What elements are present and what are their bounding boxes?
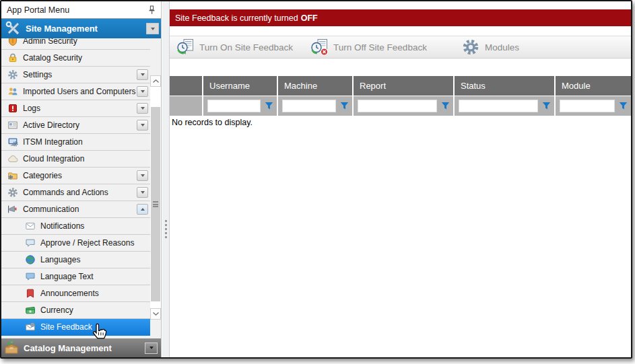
- filter-cell-module: [556, 96, 631, 116]
- chevron-down-icon[interactable]: [137, 103, 148, 114]
- sidebar-item-label: Cloud Integration: [23, 154, 84, 163]
- main-panel: Site Feedback is currently turned OFF Tu…: [170, 1, 631, 357]
- column-header-handle: [170, 76, 202, 96]
- filter-cell-machine: [278, 96, 352, 116]
- status-banner: Site Feedback is currently turned OFF: [170, 9, 631, 26]
- grid-filter-row: [170, 96, 631, 116]
- turn-on-site-feedback-button[interactable]: Turn On Site Feedback: [176, 38, 293, 56]
- banner-text: Site Feedback is currently turned: [175, 13, 298, 23]
- sidebar-item-currency[interactable]: Currency: [1, 302, 150, 319]
- sidebar-item-active-directory[interactable]: Active Directory: [1, 117, 150, 134]
- modules-button[interactable]: Modules: [462, 38, 519, 56]
- sidebar-section-catalog-management[interactable]: Catalog Management: [1, 338, 161, 357]
- gear-icon: [7, 69, 18, 80]
- chevron-down-icon[interactable]: [137, 69, 148, 80]
- filter-funnel-icon[interactable]: [340, 102, 349, 110]
- section-label: Site Management: [26, 24, 146, 34]
- sidebar-scrollbar[interactable]: [150, 75, 161, 320]
- column-header-status[interactable]: Status: [455, 76, 554, 96]
- sidebar-item-label: Communication: [23, 205, 79, 214]
- scrollbar-thumb[interactable]: [151, 107, 160, 301]
- filter-cell-report: [354, 96, 453, 116]
- sidebar-item-admin-security[interactable]: Admin Security: [1, 38, 150, 50]
- module-filter-input[interactable]: [560, 100, 615, 112]
- button-label: Turn On Site Feedback: [199, 42, 293, 52]
- speech-bubble-icon: [25, 238, 36, 248]
- pin-icon[interactable]: [147, 5, 156, 15]
- machine-filter-input[interactable]: [282, 100, 336, 112]
- sidebar-item-label: Categories: [23, 171, 62, 180]
- sidebar-item-label: Catalog Security: [23, 53, 82, 63]
- sidebar-item-label: Currency: [40, 305, 73, 315]
- chevron-down-icon[interactable]: [137, 120, 148, 131]
- report-filter-input[interactable]: [358, 100, 437, 112]
- chevron-down-icon[interactable]: [145, 342, 158, 354]
- sidebar-item-label: Logs: [23, 104, 40, 113]
- scroll-up-icon[interactable]: [150, 75, 161, 87]
- feedback-off-icon: [310, 38, 329, 56]
- sidebar-item-label: Commands and Actions: [23, 188, 108, 197]
- chevron-down-icon[interactable]: [137, 86, 148, 97]
- sidebar-item-imported-users-and-computers[interactable]: Imported Users and Computers: [1, 83, 150, 100]
- sidebar-item-label: Admin Security: [23, 38, 77, 46]
- sidebar-item-label: ITSM Integration: [23, 137, 83, 147]
- sidebar-item-languages[interactable]: Languages: [1, 252, 150, 268]
- sidebar-header: App Portal Menu: [1, 1, 161, 19]
- sidebar-item-label: Languages: [40, 255, 80, 264]
- column-header-username[interactable]: Username: [203, 76, 277, 96]
- sidebar-item-language-text[interactable]: Language Text: [1, 268, 150, 285]
- sidebar-item-settings[interactable]: Settings: [1, 67, 150, 83]
- sidebar-item-notifications[interactable]: Notifications: [1, 218, 150, 235]
- status-filter-input[interactable]: [459, 100, 538, 112]
- app-window: App Portal Menu Site Management Admin Se…: [0, 0, 632, 359]
- sidebar-item-catalog-security[interactable]: Catalog Security: [1, 50, 150, 67]
- sidebar-item-label: Language Text: [40, 272, 94, 281]
- filter-funnel-icon[interactable]: [542, 102, 551, 110]
- sidebar-item-categories[interactable]: Categories: [1, 168, 150, 184]
- sidebar-item-itsm-integration[interactable]: ITSM Integration: [1, 134, 150, 151]
- sidebar-item-cloud-integration[interactable]: Cloud Integration: [1, 151, 150, 168]
- box-icon: [3, 340, 20, 356]
- sidebar-title: App Portal Menu: [7, 5, 147, 15]
- sidebar-item-logs[interactable]: Logs: [1, 100, 150, 117]
- sidebar-section-site-management[interactable]: Site Management: [1, 19, 161, 38]
- sidebar-item-announcements[interactable]: Announcements: [1, 285, 150, 302]
- empty-message: No records to display.: [172, 118, 253, 127]
- scroll-down-icon[interactable]: [150, 308, 161, 320]
- sidebar-item-label: Imported Users and Computers: [23, 87, 135, 96]
- filter-cell-status: [455, 96, 554, 116]
- feedback-envelope-icon: [25, 322, 36, 332]
- column-header-module[interactable]: Module: [556, 76, 631, 96]
- column-header-machine[interactable]: Machine: [278, 76, 352, 96]
- chevron-up-icon[interactable]: [137, 204, 148, 215]
- sidebar-item-communication[interactable]: Communication: [1, 201, 150, 218]
- column-header-report[interactable]: Report: [354, 76, 453, 96]
- sidebar-item-approve-reject-reasons[interactable]: Approve / Reject Reasons: [1, 235, 150, 252]
- banner-status: OFF: [301, 13, 318, 23]
- cloud-icon: [7, 153, 18, 164]
- chevron-down-icon[interactable]: [137, 170, 148, 181]
- panel-splitter[interactable]: [162, 1, 170, 357]
- sidebar-item-commands-and-actions[interactable]: Commands and Actions: [1, 184, 150, 201]
- feedback-on-icon: [176, 38, 195, 56]
- id-card-icon: [7, 120, 18, 131]
- sidebar-item-site-feedback[interactable]: Site Feedback: [1, 319, 150, 336]
- username-filter-input[interactable]: [207, 100, 261, 112]
- turn-off-site-feedback-button[interactable]: Turn Off Site Feedback: [310, 38, 427, 56]
- scrollbar-grip-icon: [153, 201, 158, 209]
- chevron-down-icon[interactable]: [146, 23, 159, 34]
- logs-alert-icon: [7, 103, 18, 114]
- filter-funnel-icon[interactable]: [265, 102, 273, 110]
- filter-funnel-icon[interactable]: [441, 102, 450, 110]
- speech-bubble-icon: [25, 271, 36, 282]
- folder-gear-icon: [7, 170, 18, 181]
- hand-cursor-icon: [90, 322, 109, 344]
- sidebar-item-label: Notifications: [40, 221, 84, 231]
- filter-cell-username: [203, 96, 277, 116]
- chevron-down-icon[interactable]: [137, 187, 148, 198]
- splitter-grip-icon: [165, 218, 167, 240]
- grid-header-row: Username Machine Report Status Module: [170, 76, 631, 96]
- filter-funnel-icon[interactable]: [619, 102, 628, 110]
- sidebar-item-label: Announcements: [40, 289, 99, 298]
- monitor-gear-icon: [7, 137, 18, 147]
